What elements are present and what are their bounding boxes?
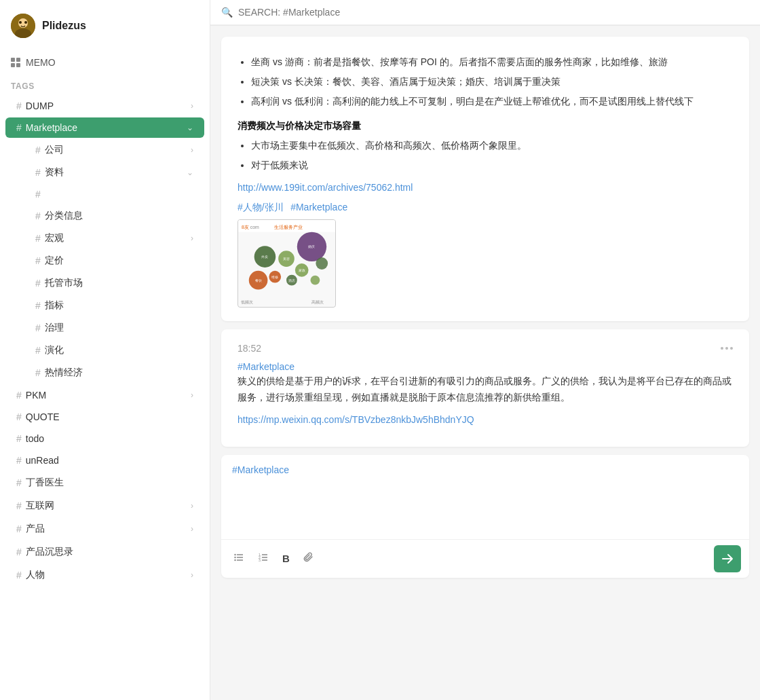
tags-row: #人物/张川 #Marketplace — [238, 201, 733, 214]
card-link[interactable]: https://mp.weixin.qq.com/s/TBVzbez8nkbJw… — [238, 414, 733, 425]
svg-text:婚庆: 婚庆 — [308, 244, 315, 248]
sidebar-item-materials[interactable]: # 资料 ⌄ — [19, 162, 204, 183]
svg-text:3.: 3. — [259, 557, 261, 561]
svg-text:外卖: 外卖 — [261, 255, 268, 259]
tag-people-zhangchuan[interactable]: #人物/张川 — [238, 202, 284, 213]
svg-point-4 — [24, 21, 27, 24]
sidebar-item-governance[interactable]: # 治理 — [19, 317, 204, 339]
sidebar-item-internet[interactable]: # 互联网 › — [5, 495, 204, 517]
memo-label: MEMO — [26, 57, 56, 68]
sidebar-item-passion-economy[interactable]: # 热情经济 — [19, 362, 204, 384]
memo-icon — [11, 58, 20, 67]
chevron-right-icon: › — [191, 524, 193, 534]
list-item: 高利润 vs 低利润：高利润的能力线上不可复制，明白是在产业链上帮谁优化，而不是… — [251, 94, 733, 110]
send-button[interactable] — [714, 545, 741, 572]
chevron-right-icon: › — [191, 570, 193, 580]
chevron-right-icon: › — [191, 501, 193, 511]
sidebar-item-dxy[interactable]: # 丁香医生 — [5, 472, 204, 494]
chevron-right-icon: › — [191, 145, 193, 155]
tags-label: TAGS — [0, 73, 210, 95]
card-2: 18:52 #Marketplace 狭义的供给是基于用户的诉求，在平台引进新的… — [221, 329, 749, 447]
input-tools: 1. 2. 3. B — [229, 549, 318, 568]
content-area: 坐商 vs 游商：前者是指餐饮、按摩等有 POI 的。后者指不需要店面的服务性商… — [210, 26, 760, 700]
svg-text:高频次: 高频次 — [311, 299, 324, 304]
sidebar-item-product[interactable]: # 产品 › — [5, 518, 204, 540]
chevron-down-icon: ⌄ — [187, 168, 193, 177]
sidebar-sub-marketplace: # 公司 › # 资料 ⌄ # # 分类信息 # 宏观 — [0, 139, 210, 384]
svg-point-33 — [234, 559, 235, 561]
article-link[interactable]: http://www.199it.com/archives/75062.html — [238, 182, 733, 193]
chevron-right-icon: › — [191, 101, 193, 111]
sidebar-header: Plidezus — [0, 0, 210, 52]
svg-text:低频次: 低频次 — [241, 300, 253, 304]
card-1: 坐商 vs 游商：前者是指餐饮、按摩等有 POI 的。后者指不需要店面的服务性商… — [221, 37, 749, 321]
sidebar-item-managed-market[interactable]: # 托管市场 — [19, 272, 204, 294]
svg-text:家政: 家政 — [299, 268, 305, 272]
search-bar: 🔍 — [210, 0, 760, 26]
list-item: 大市场主要集中在低频次、高价格和高频次、低价格两个象限里。 — [251, 138, 733, 154]
input-card: #Marketplace — [221, 455, 749, 578]
input-tag-label: #Marketplace — [221, 455, 749, 475]
bold-button[interactable]: B — [278, 550, 294, 567]
svg-point-20 — [316, 257, 328, 270]
chevron-right-icon: › — [191, 390, 193, 400]
svg-text:酒店: 酒店 — [288, 278, 295, 282]
bullet-list-1: 坐商 vs 游商：前者是指餐饮、按摩等有 POI 的。后者指不需要店面的服务性商… — [238, 54, 733, 109]
sidebar-memo-item[interactable]: MEMO — [0, 52, 210, 73]
sidebar-item-pricing[interactable]: # 定价 — [19, 250, 204, 272]
svg-text:维修: 维修 — [271, 275, 278, 279]
list-item: 坐商 vs 游商：前者是指餐饮、按摩等有 POI 的。后者指不需要店面的服务性商… — [251, 54, 733, 71]
chevron-down-icon: ⌄ — [187, 123, 193, 132]
main-content: 🔍 坐商 vs 游商：前者是指餐饮、按摩等有 POI 的。后者指不需要店面的服务… — [210, 0, 760, 700]
sidebar-item-product-reflection[interactable]: # 产品沉思录 — [5, 541, 204, 563]
ordered-list-button[interactable]: 1. 2. 3. — [254, 549, 273, 568]
list-item: 对于低频来说 — [251, 158, 733, 174]
tag-marketplace[interactable]: #Marketplace — [290, 202, 347, 213]
svg-point-19 — [311, 276, 320, 285]
card-body-text: 狭义的供给是基于用户的诉求，在平台引进新的有吸引力的商品或服务。广义的供给，我认… — [238, 373, 733, 406]
attachment-button[interactable] — [299, 549, 318, 568]
card-tag-marketplace[interactable]: #Marketplace — [238, 361, 294, 372]
sidebar-item-macro[interactable]: # 宏观 › — [19, 227, 204, 249]
unordered-list-button[interactable] — [229, 549, 248, 568]
sidebar-item-classify[interactable]: # 分类信息 — [19, 205, 204, 227]
card-menu-button[interactable] — [721, 347, 733, 350]
svg-point-32 — [234, 557, 235, 558]
chart-image: 8友 com 生活服务产业 低频次 高频次 — [238, 219, 336, 308]
svg-text:生活服务产业: 生活服务产业 — [274, 224, 303, 230]
card-header: 18:52 — [238, 343, 733, 354]
list-item: 短决策 vs 长决策：餐饮、美容、酒店属于短决策；婚庆、培训属于重决策 — [251, 74, 733, 90]
sidebar-item-pkm[interactable]: # PKM › — [5, 385, 204, 405]
sidebar: Plidezus MEMO TAGS # DUMP › # Marketplac… — [0, 0, 210, 700]
card-timestamp: 18:52 — [238, 343, 261, 354]
chevron-right-icon: › — [191, 234, 193, 243]
user-name: Plidezus — [42, 20, 86, 32]
note-input[interactable] — [221, 475, 749, 536]
bullet-list-2: 大市场主要集中在低频次、高价格和高频次、低价格两个象限里。 对于低频来说 — [238, 138, 733, 174]
svg-text:com: com — [250, 225, 259, 229]
sidebar-item-people[interactable]: # 人物 › — [5, 564, 204, 586]
sidebar-item-todo[interactable]: # todo — [5, 428, 204, 449]
sidebar-item-indicator[interactable]: # 指标 — [19, 295, 204, 316]
sidebar-item-evolution[interactable]: # 演化 — [19, 339, 204, 361]
sidebar-item-hash[interactable]: # — [19, 184, 204, 204]
sidebar-item-company[interactable]: # 公司 › — [19, 139, 204, 161]
search-input[interactable] — [238, 7, 749, 18]
sidebar-item-quote[interactable]: # QUOTE — [5, 407, 204, 427]
input-toolbar: 1. 2. 3. B — [221, 539, 749, 578]
search-icon: 🔍 — [221, 7, 233, 18]
avatar — [11, 14, 35, 38]
svg-point-31 — [234, 554, 235, 555]
sidebar-item-marketplace[interactable]: # Marketplace ⌄ — [5, 117, 204, 138]
svg-point-3 — [19, 21, 22, 24]
svg-text:美容: 美容 — [283, 257, 290, 261]
section-title: 消费频次与价格决定市场容量 — [238, 120, 733, 132]
sidebar-item-unread[interactable]: # unRead — [5, 450, 204, 471]
sidebar-item-dump[interactable]: # DUMP › — [5, 96, 204, 116]
svg-text:餐饮: 餐饮 — [255, 278, 262, 282]
svg-text:8友: 8友 — [242, 225, 249, 229]
